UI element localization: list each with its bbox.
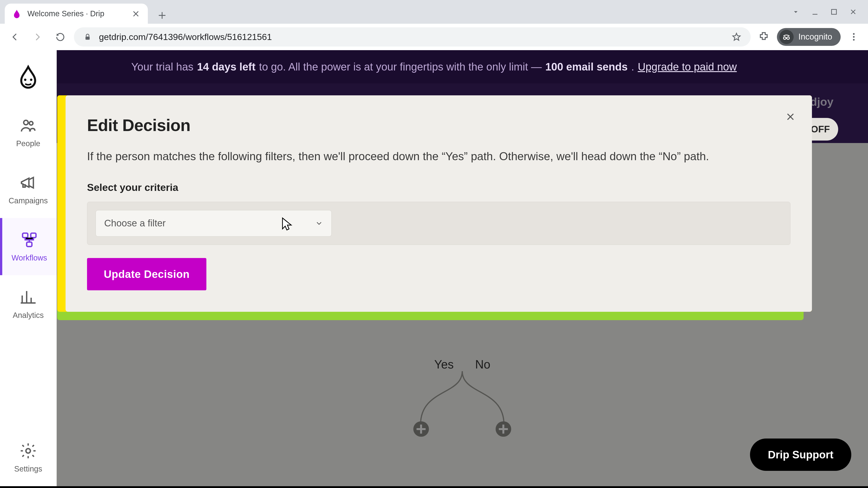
svg-point-9 [24,120,28,125]
svg-point-8 [30,78,33,81]
toggle-label: OFF [811,124,830,135]
browser-tab-active[interactable]: Welcome Series · Drip [5,4,148,24]
incognito-badge[interactable]: Incognito [777,28,841,46]
svg-point-7 [24,78,26,81]
svg-point-3 [787,37,789,39]
sidebar-item-label: Analytics [13,311,43,320]
svg-point-5 [853,36,855,38]
megaphone-icon [19,174,37,192]
banner-text-prefix: Your trial has [131,61,193,73]
app-sidebar: People Campaigns Workflows Analytics [0,50,57,486]
browser-tab-title: Welcome Series · Drip [27,9,125,18]
address-bar[interactable]: getdrip.com/7641396/workflows/516121561 [74,27,751,46]
sidebar-item-analytics[interactable]: Analytics [0,275,57,332]
window-minimize-icon[interactable] [811,8,819,16]
workflow-icon [20,231,38,249]
sidebar-item-label: Workflows [11,254,47,262]
banner-days-left: 14 days left [197,61,256,73]
sidebar-item-label: Settings [14,464,42,473]
nav-forward-icon [29,28,46,46]
incognito-icon [779,30,794,44]
nav-reload-icon[interactable] [51,28,69,46]
svg-point-14 [26,449,31,453]
sidebar-item-label: People [16,139,40,148]
nav-back-icon[interactable] [6,28,24,46]
lock-icon [84,33,92,41]
new-tab-button[interactable] [154,7,170,24]
window-maximize-icon[interactable] [830,8,838,16]
incognito-label: Incognito [798,32,832,41]
svg-rect-13 [27,242,32,247]
browser-tabbar: Welcome Series · Drip [0,0,868,24]
chevron-down-icon [315,219,323,228]
tab-search-icon[interactable] [792,8,800,16]
svg-rect-0 [832,9,837,14]
browser-menu-icon[interactable] [845,29,862,45]
banner-email-limit: 100 email sends [545,61,627,73]
people-icon [19,117,37,134]
modal-title: Edit Decision [87,116,790,135]
edit-decision-modal: Edit Decision If the person matches the … [66,95,812,312]
svg-rect-12 [31,233,36,238]
sidebar-item-campaigns[interactable]: Campaigns [0,161,57,218]
bookmark-star-icon[interactable] [732,32,741,41]
criteria-container: Choose a filter [87,202,790,245]
banner-text-suffix: . [631,61,634,73]
update-decision-button[interactable]: Update Decision [87,258,206,290]
svg-point-6 [853,39,855,41]
trial-banner: Your trial has 14 days left to go. All t… [0,50,868,84]
browser-toolbar: getdrip.com/7641396/workflows/516121561 … [0,24,868,50]
filter-dropdown[interactable]: Choose a filter [96,210,332,236]
sidebar-item-label: Campaigns [8,196,48,205]
banner-upgrade-link[interactable]: Upgrade to paid now [638,61,737,73]
sidebar-item-settings[interactable]: Settings [0,429,57,486]
address-bar-url: getdrip.com/7641396/workflows/516121561 [99,32,724,42]
support-widget[interactable]: Drip Support [750,438,851,470]
analytics-icon [19,288,37,306]
svg-rect-1 [86,37,90,40]
svg-point-2 [783,37,786,39]
modal-accent-border: Edit Decision If the person matches the … [57,95,804,320]
filter-placeholder: Choose a filter [104,218,166,229]
drip-logo[interactable] [0,50,57,104]
modal-close-button[interactable] [782,108,799,125]
sidebar-item-workflows[interactable]: Workflows [0,218,57,275]
svg-rect-11 [23,233,28,238]
sidebar-item-people[interactable]: People [0,104,57,161]
close-tab-icon[interactable] [131,9,141,19]
support-label: Drip Support [768,449,833,461]
svg-point-4 [853,33,855,35]
drip-favicon [12,9,22,19]
svg-point-10 [29,122,33,125]
banner-text-middle: to go. All the power is at your fingerti… [259,61,542,73]
gear-icon [19,442,37,460]
modal-description: If the person matches the following filt… [87,148,790,165]
window-close-icon[interactable] [849,8,857,16]
extensions-icon[interactable] [755,29,772,45]
criteria-label: Select your criteria [87,182,790,193]
